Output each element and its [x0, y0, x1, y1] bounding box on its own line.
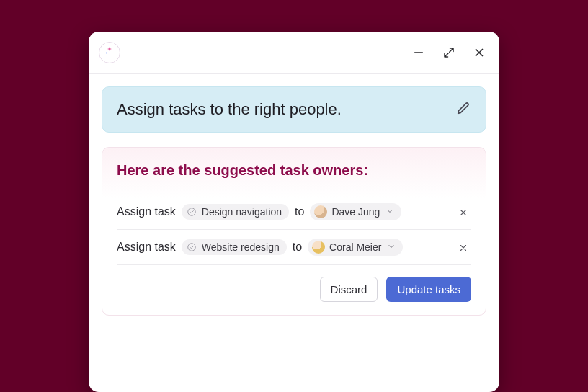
chevron-down-icon	[387, 241, 396, 253]
assignee-name: Dave Jung	[331, 206, 380, 218]
titlebar	[89, 32, 499, 74]
action-bar: Discard Update tasks	[117, 277, 471, 302]
to-label: to	[293, 241, 302, 254]
check-circle-icon	[186, 206, 197, 218]
assignee-chip[interactable]: Coral Meier	[308, 239, 403, 256]
minimize-icon	[412, 46, 425, 59]
task-chip[interactable]: Design navigation	[182, 204, 289, 220]
chevron-down-icon	[386, 206, 394, 218]
svg-point-1	[188, 208, 196, 216]
remove-row-button[interactable]	[457, 206, 470, 219]
assign-prefix-label: Assign task	[117, 241, 176, 254]
remove-row-button[interactable]	[457, 241, 470, 254]
app-logo	[99, 42, 120, 63]
assign-prefix-label: Assign task	[117, 205, 176, 218]
dialog-window: Assign tasks to the right people. Here a…	[89, 32, 499, 392]
svg-point-2	[188, 244, 196, 251]
close-icon	[473, 46, 486, 59]
prompt-card: Assign tasks to the right people.	[102, 86, 486, 133]
task-name: Design navigation	[202, 206, 282, 218]
avatar	[312, 241, 325, 254]
sparkle-icon	[104, 45, 115, 60]
discard-button[interactable]: Discard	[320, 277, 378, 302]
avatar	[314, 205, 327, 218]
assignee-chip[interactable]: Dave Jung	[310, 203, 401, 220]
window-controls	[411, 45, 486, 60]
x-icon	[458, 243, 468, 253]
to-label: to	[295, 205, 304, 218]
assignment-row: Assign task Design navigation to Dave Ju…	[117, 195, 471, 230]
close-button[interactable]	[472, 45, 486, 60]
expand-button[interactable]	[442, 45, 456, 60]
prompt-text: Assign tasks to the right people.	[117, 100, 342, 119]
x-icon	[458, 208, 468, 218]
check-circle-icon	[186, 241, 197, 253]
task-chip[interactable]: Website redesign	[182, 239, 287, 255]
expand-icon	[442, 46, 455, 59]
edit-prompt-button[interactable]	[455, 100, 471, 119]
assignment-row: Assign task Website redesign to Coral Me…	[117, 230, 471, 265]
minimize-button[interactable]	[411, 45, 426, 60]
task-name: Website redesign	[202, 241, 280, 253]
pencil-icon	[455, 100, 471, 116]
dialog-content: Assign tasks to the right people. Here a…	[89, 74, 499, 331]
result-card: Here are the suggested task owners: Assi…	[102, 147, 486, 316]
result-heading: Here are the suggested task owners:	[117, 162, 471, 179]
update-tasks-button[interactable]: Update tasks	[386, 277, 471, 302]
assignee-name: Coral Meier	[329, 241, 381, 253]
